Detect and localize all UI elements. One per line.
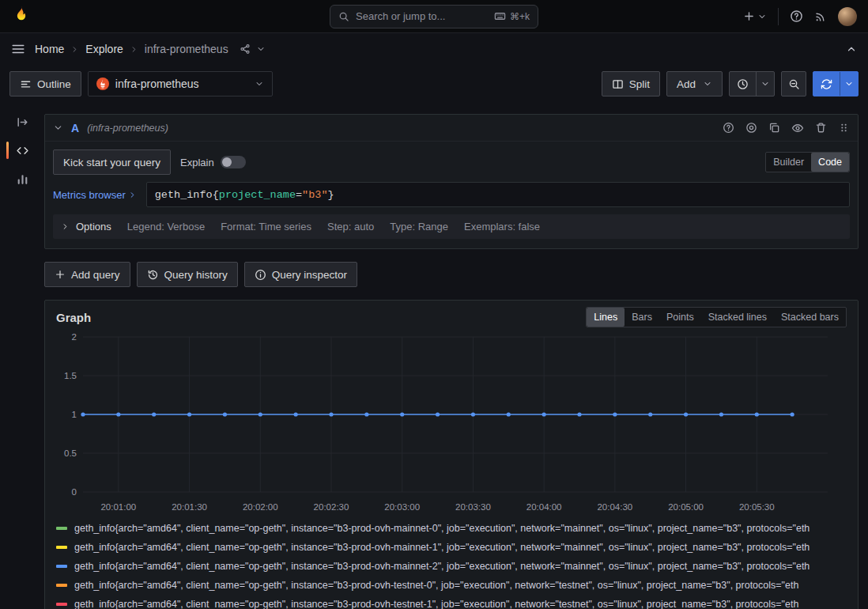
svg-text:20:04:30: 20:04:30 [597,502,632,512]
share-shortlink-button[interactable] [240,44,251,55]
legend-item[interactable]: geth_info{arch="amd64", client_name="op-… [56,538,847,557]
time-range-picker[interactable] [729,71,775,96]
query-ref-id[interactable]: A [71,122,79,134]
query-inspector-button[interactable]: Query inspector [244,262,357,287]
help-icon [723,122,734,134]
global-search[interactable]: ⌘+k [330,5,538,28]
legend-item[interactable]: geth_info{arch="amd64", client_name="op-… [56,519,847,538]
time-picker-dropdown[interactable] [756,72,774,96]
drag-handle[interactable] [838,122,850,134]
metrics-browser-link[interactable]: Metrics browser [53,189,137,201]
refresh-segment[interactable] [813,72,840,96]
user-avatar[interactable] [838,7,857,26]
prometheus-icon [96,78,109,90]
help-button[interactable] [790,9,803,23]
chevron-down-icon [256,44,266,54]
code-mode-option[interactable]: Code [811,153,849,172]
explain-toggle[interactable] [221,156,246,168]
svg-text:20:02:00: 20:02:00 [243,502,278,512]
graph-style-stacked-bars[interactable]: Stacked bars [774,308,846,327]
keyboard-icon [494,10,506,22]
mega-menu-toggle[interactable] [11,42,25,56]
chevron-right-icon [61,222,70,231]
builder-mode-option[interactable]: Builder [766,153,811,172]
option-exemplars: Exemplars: false [464,221,540,233]
legend-item[interactable]: geth_info{arch="amd64", client_name="op-… [56,557,847,576]
eye-icon [791,122,804,134]
explore-content: A (infra-prometheus) Kick start yo [0,103,868,609]
chevron-up-icon [846,44,857,55]
grip-icon [838,122,850,134]
add-dropdown-button[interactable]: Add [666,71,723,96]
search-shortcut-hint: ⌘+k [494,10,530,22]
outline-button[interactable]: Outline [9,71,81,96]
legend-label: geth_info{arch="amd64", client_name="op-… [74,561,810,572]
chart-legend: geth_info{arch="amd64", client_name="op-… [56,519,847,609]
graph-style-points[interactable]: Points [659,308,701,327]
run-query-button[interactable] [813,71,859,96]
search-input[interactable] [356,10,488,22]
plus-icon [743,10,755,22]
legend-label: geth_info{arch="amd64", client_name="op-… [74,580,798,591]
breadcrumb: Home Explore infra-prometheus [35,43,228,55]
refresh-interval-dropdown[interactable] [840,72,858,96]
options-expander[interactable]: Options [61,221,111,233]
split-button[interactable]: Split [602,71,660,96]
query-operator-token: = [296,189,302,201]
expand-sidebar-button[interactable] [5,111,40,133]
legend-item[interactable]: geth_info{arch="amd64", client_name="op-… [56,576,847,595]
query-history-button[interactable]: Query history [137,262,238,287]
outline-list-icon [20,78,32,90]
breadcrumb-actions [240,44,266,55]
graph-style-bars[interactable]: Bars [625,308,659,327]
add-query-button[interactable]: Add query [44,262,130,287]
breadcrumb-home[interactable]: Home [35,43,64,55]
new-menu-button[interactable] [743,10,767,22]
option-type: Type: Range [390,221,448,233]
plus-icon [55,269,66,280]
chevron-down-icon [255,79,264,89]
breadcrumb-explore[interactable]: Explore [85,43,123,55]
time-series-chart[interactable]: 00.511.5220:01:0020:01:3020:02:0020:02:3… [56,329,832,517]
svg-text:20:04:00: 20:04:00 [526,502,562,512]
search-icon [338,11,349,22]
chevron-down-icon [53,123,63,133]
graph-title: Graph [56,311,91,324]
explore-toolbar: Outline infra-prometheus Split Add [0,65,868,103]
zoom-out-icon [788,78,800,90]
legend-swatch [56,584,67,587]
info-icon [255,269,266,281]
kick-start-button[interactable]: Kick start your query [53,149,171,175]
record-query-button[interactable] [745,122,757,134]
news-button[interactable] [814,10,827,23]
datasource-picker[interactable]: infra-prometheus [88,71,273,96]
top-nav-bar: ⌘+k [0,0,868,33]
collapse-section-button[interactable] [846,44,857,55]
svg-text:1: 1 [72,410,77,419]
grafana-logo[interactable] [11,5,33,28]
duplicate-query-button[interactable] [768,122,780,134]
query-options-row: Options Legend: Verbose Format: Time ser… [53,214,850,239]
toggle-visibility-button[interactable] [791,122,804,134]
svg-text:20:03:30: 20:03:30 [455,502,491,512]
query-row-header: A (infra-prometheus) [45,115,858,142]
promql-code-input[interactable]: geth_info{project_name="b3"} [146,182,850,207]
graph-style-switch: Lines Bars Points Stacked lines Stacked … [586,307,847,327]
graph-style-lines[interactable]: Lines [587,308,625,327]
time-picker-button[interactable] [730,72,756,96]
graph-style-stacked-lines[interactable]: Stacked lines [701,308,774,327]
kick-start-label: Kick start your query [63,157,160,168]
zoom-out-button[interactable] [781,71,806,96]
remove-query-button[interactable] [815,122,827,134]
breadcrumb-dropdown-button[interactable] [256,44,266,54]
graph-panel: Graph Lines Bars Points Stacked lines St… [44,300,859,609]
add-label: Add [677,78,696,90]
explore-mini-sidebar [0,103,44,609]
legend-item[interactable]: geth_info{arch="amd64", client_name="op-… [56,595,847,609]
share-icon [240,44,251,55]
collapse-query-button[interactable] [53,123,63,133]
grafana-flame-icon [11,5,32,25]
query-editor-tab[interactable] [5,139,40,161]
visualization-tab[interactable] [5,168,40,190]
query-help-button[interactable] [723,122,734,134]
